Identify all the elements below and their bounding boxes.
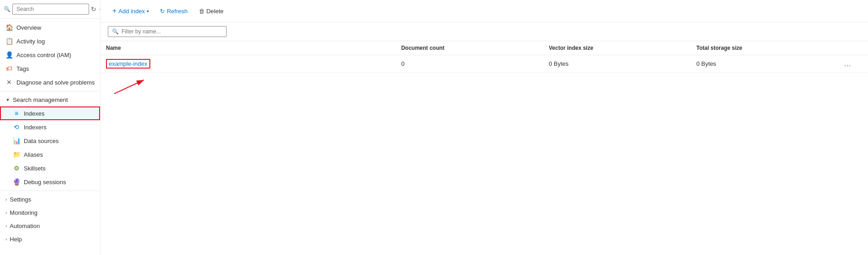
- sidebar-item-diagnose[interactable]: ✕ Diagnose and solve problems: [0, 75, 100, 89]
- sidebar-item-skillsets[interactable]: ⚙ Skillsets: [0, 161, 100, 175]
- add-icon: +: [112, 7, 116, 15]
- cell-vector-index-size: 0 Bytes: [543, 55, 691, 73]
- sidebar-item-overview[interactable]: 🏠 Overview: [0, 21, 100, 34]
- index-name-link-highlighted: example-index: [106, 59, 150, 69]
- sidebar-item-label-help: Help: [10, 236, 22, 243]
- filter-bar: 🔍: [101, 22, 868, 41]
- refresh-button[interactable]: ↻ Refresh: [155, 5, 192, 17]
- debug-sessions-icon: 🔮: [13, 178, 20, 186]
- section-label-search-management: Search management: [13, 96, 68, 103]
- access-control-icon: 👤: [5, 51, 13, 58]
- delete-label: Delete: [206, 8, 224, 15]
- overview-icon: 🏠: [5, 24, 13, 31]
- sidebar-item-monitoring[interactable]: › Monitoring: [0, 206, 100, 219]
- sidebar-item-label-debug-sessions: Debug sessions: [24, 179, 66, 186]
- skillsets-icon: ⚙: [13, 165, 20, 172]
- sidebar: 🔍 ↻ ≪ 🏠 Overview 📋 Activity log 👤 Access…: [0, 0, 101, 255]
- monitoring-chevron: ›: [5, 210, 7, 215]
- indexers-icon: ⟲: [13, 123, 20, 131]
- sidebar-item-label-access-control: Access control (IAM): [16, 52, 71, 58]
- sidebar-item-tags[interactable]: 🏷 Tags: [0, 62, 100, 75]
- sidebar-item-label-skillsets: Skillsets: [24, 165, 46, 172]
- sidebar-item-access-control[interactable]: 👤 Access control (IAM): [0, 48, 100, 62]
- sidebar-icons-right: ↻ ≪: [91, 5, 101, 13]
- sidebar-item-label-overview: Overview: [16, 24, 41, 31]
- content-wrapper: + Add index ▾ ↻ Refresh 🗑 Delete 🔍: [101, 0, 868, 255]
- sidebar-item-automation[interactable]: › Automation: [0, 219, 100, 233]
- sidebar-item-aliases[interactable]: 📁 Aliases: [0, 148, 100, 161]
- refresh-toolbar-icon: ↻: [160, 8, 165, 15]
- sidebar-item-data-sources[interactable]: 📊 Data sources: [0, 134, 100, 148]
- delete-icon: 🗑: [199, 8, 205, 15]
- sidebar-item-label-indexers: Indexers: [24, 124, 47, 131]
- sidebar-item-indexes[interactable]: ≡ Indexes: [0, 106, 100, 120]
- sidebar-nav: 🏠 Overview 📋 Activity log 👤 Access contr…: [0, 19, 100, 255]
- refresh-label: Refresh: [167, 8, 188, 15]
- sidebar-item-label-diagnose: Diagnose and solve problems: [16, 79, 95, 86]
- nav-separator-2: [0, 191, 100, 191]
- filter-search-icon: 🔍: [112, 28, 119, 35]
- sidebar-item-label-indexes: Indexes: [24, 110, 45, 117]
- sidebar-item-label-aliases: Aliases: [24, 151, 43, 158]
- table-area: Name Document count Vector index size To…: [101, 41, 868, 255]
- diagnose-icon: ✕: [5, 79, 13, 86]
- cell-total-storage-size: 0 Bytes: [691, 55, 838, 73]
- sidebar-item-label-data-sources: Data sources: [24, 138, 59, 144]
- activity-log-icon: 📋: [5, 37, 13, 45]
- col-header-name: Name: [101, 41, 396, 55]
- sidebar-item-label-tags: Tags: [16, 65, 29, 72]
- section-chevron-down: ▼: [5, 97, 10, 102]
- col-header-vector-size: Vector index size: [543, 41, 691, 55]
- cell-name: example-index: [101, 55, 396, 73]
- annotation-arrow-svg: [101, 41, 868, 255]
- col-header-doc-count: Document count: [396, 41, 543, 55]
- search-icon: 🔍: [4, 6, 11, 12]
- index-name-link[interactable]: example-index: [109, 60, 148, 67]
- toolbar: + Add index ▾ ↻ Refresh 🗑 Delete: [101, 0, 868, 22]
- sidebar-item-label-monitoring: Monitoring: [10, 209, 37, 216]
- data-sources-icon: 📊: [13, 137, 20, 144]
- table-header-row: Name Document count Vector index size To…: [101, 41, 868, 55]
- row-more-options-button[interactable]: …: [844, 60, 851, 68]
- sidebar-search-container: 🔍 ↻ ≪: [0, 0, 100, 19]
- add-index-button[interactable]: + Add index ▾: [108, 5, 153, 17]
- aliases-icon: 📁: [13, 151, 20, 158]
- sidebar-item-help[interactable]: › Help: [0, 233, 100, 246]
- automation-chevron: ›: [5, 223, 7, 228]
- tags-icon: 🏷: [5, 65, 13, 72]
- table-row: example-index 0 0 Bytes 0 Bytes …: [101, 55, 868, 73]
- sidebar-item-label-automation: Automation: [10, 223, 40, 229]
- sidebar-item-label-settings: Settings: [10, 196, 31, 203]
- sidebar-item-settings[interactable]: › Settings: [0, 193, 100, 206]
- cell-actions: …: [838, 55, 868, 73]
- indexes-icon: ≡: [13, 110, 20, 117]
- refresh-icon[interactable]: ↻: [91, 5, 96, 13]
- sidebar-item-label-activity-log: Activity log: [16, 38, 45, 45]
- add-index-label: Add index: [118, 8, 145, 15]
- filter-input[interactable]: [122, 28, 222, 35]
- settings-chevron: ›: [5, 197, 7, 202]
- col-header-total-storage: Total storage size: [691, 41, 838, 55]
- sidebar-section-search-management[interactable]: ▼ Search management: [0, 93, 100, 106]
- dropdown-chevron-icon: ▾: [147, 9, 149, 14]
- sidebar-item-debug-sessions[interactable]: 🔮 Debug sessions: [0, 175, 100, 189]
- delete-button[interactable]: 🗑 Delete: [194, 5, 228, 17]
- sidebar-item-indexers[interactable]: ⟲ Indexers: [0, 120, 100, 134]
- filter-input-wrap: 🔍: [108, 26, 227, 37]
- cell-doc-count: 0: [396, 55, 543, 73]
- sidebar-item-activity-log[interactable]: 📋 Activity log: [0, 34, 100, 48]
- search-input[interactable]: [12, 4, 89, 15]
- help-chevron: ›: [5, 237, 7, 242]
- indexes-table: Name Document count Vector index size To…: [101, 41, 868, 73]
- main-content: + Add index ▾ ↻ Refresh 🗑 Delete 🔍: [101, 0, 868, 255]
- col-header-actions: [838, 41, 868, 55]
- nav-separator-1: [0, 91, 100, 91]
- svg-line-1: [114, 80, 144, 94]
